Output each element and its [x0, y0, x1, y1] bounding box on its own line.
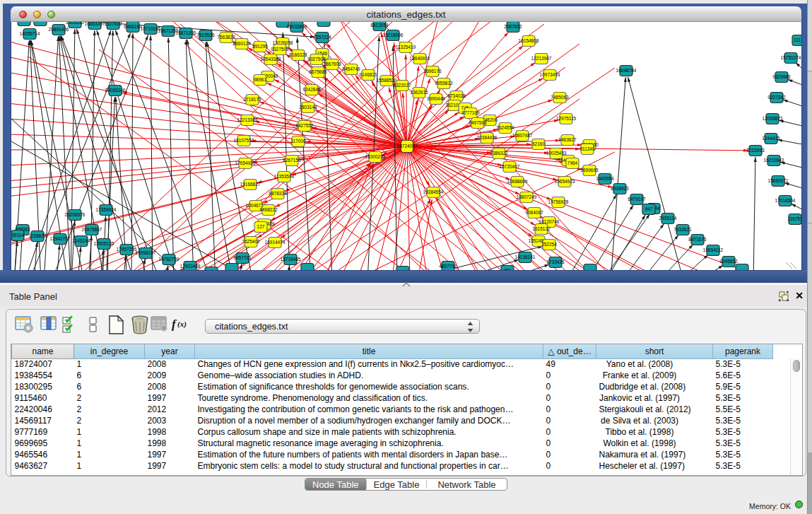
svg-text:8215953: 8215953: [746, 148, 765, 153]
svg-text:15692971: 15692971: [768, 178, 789, 183]
svg-text:252254: 252254: [541, 242, 557, 247]
svg-text:10654112: 10654112: [703, 247, 724, 252]
svg-text:16782759: 16782759: [159, 257, 180, 262]
svg-text:20891406: 20891406: [49, 27, 69, 32]
svg-text:7632621: 7632621: [673, 227, 692, 232]
svg-text:19384554: 19384554: [423, 189, 444, 194]
svg-text:127: 127: [257, 224, 265, 229]
svg-text:10688609: 10688609: [507, 179, 528, 184]
svg-text:17654925: 17654925: [235, 160, 256, 165]
svg-text:17359924: 17359924: [96, 207, 117, 212]
svg-text:1615132: 1615132: [532, 226, 551, 231]
svg-text:8267150: 8267150: [283, 158, 301, 163]
svg-text:10807487: 10807487: [512, 133, 533, 138]
svg-text:6497568: 6497568: [469, 120, 487, 125]
svg-text:8938923: 8938923: [611, 186, 629, 191]
svg-text:12213967: 12213967: [531, 56, 552, 61]
svg-text:961: 961: [504, 268, 512, 270]
svg-text:18724007: 18724007: [397, 144, 418, 148]
svg-text:16107553: 16107553: [234, 138, 254, 143]
svg-text:1362615: 1362615: [410, 90, 428, 95]
svg-text:1696176: 1696176: [423, 69, 442, 74]
svg-text:1527602: 1527602: [104, 22, 122, 26]
svg-text:98961: 98961: [254, 77, 266, 82]
svg-text:10025453: 10025453: [546, 151, 567, 156]
svg-text:9327503: 9327503: [271, 47, 289, 52]
svg-text:8660124: 8660124: [233, 41, 251, 46]
svg-text:911340: 911340: [579, 146, 595, 151]
svg-text:8186328: 8186328: [289, 52, 307, 57]
svg-text:9990448: 9990448: [427, 96, 445, 101]
svg-text:17016504: 17016504: [775, 198, 796, 203]
svg-text:19756928: 19756928: [548, 199, 569, 204]
svg-text:9146821: 9146821: [359, 72, 377, 77]
svg-text:9242848: 9242848: [302, 87, 321, 92]
svg-text:f: f: [172, 317, 177, 331]
svg-text:20206576: 20206576: [65, 212, 86, 217]
svg-text:1156829: 1156829: [29, 233, 47, 238]
svg-text:39114: 39114: [11, 233, 24, 238]
svg-text:9227342: 9227342: [767, 95, 786, 100]
svg-text:12093873: 12093873: [763, 116, 783, 121]
svg-text:17957255: 17957255: [117, 247, 137, 252]
svg-text:7563822: 7563822: [217, 35, 235, 40]
svg-text:1117: 1117: [794, 37, 801, 42]
svg-text:15588520: 15588520: [377, 78, 397, 83]
svg-text:891295: 891295: [252, 44, 268, 49]
svg-text:4857791: 4857791: [439, 264, 457, 269]
svg-text:116753: 116753: [787, 216, 801, 221]
svg-text:9955812: 9955812: [435, 81, 453, 86]
svg-text:8471676: 8471676: [688, 237, 707, 242]
svg-text:9329966: 9329966: [772, 74, 791, 79]
svg-text:2718176: 2718176: [243, 97, 261, 102]
svg-text:8878334: 8878334: [269, 191, 287, 196]
svg-text:6479197: 6479197: [628, 197, 646, 201]
svg-text:947: 947: [645, 206, 653, 211]
svg-text:8322037: 8322037: [393, 83, 411, 88]
svg-text:7515526: 7515526: [196, 33, 215, 37]
svg-text:12213389: 12213389: [237, 117, 258, 122]
svg-text:12942757: 12942757: [50, 236, 71, 241]
svg-text:15716485: 15716485: [281, 257, 301, 262]
svg-text:2867608: 2867608: [323, 62, 341, 66]
svg-text:2087652: 2087652: [504, 24, 522, 29]
svg-text:1733426: 1733426: [546, 259, 565, 264]
svg-text:8813054: 8813054: [370, 23, 389, 28]
svg-text:7625402: 7625402: [242, 239, 260, 244]
svg-text:7386322: 7386322: [490, 151, 508, 156]
svg-text:3624554: 3624554: [496, 125, 514, 130]
svg-text:7357224: 7357224: [313, 35, 331, 40]
svg-text:18300295: 18300295: [365, 154, 386, 159]
svg-text:20364436: 20364436: [477, 135, 498, 140]
svg-text:10653267: 10653267: [85, 22, 105, 26]
svg-text:18640910: 18640910: [410, 56, 430, 61]
svg-text:9457791: 9457791: [233, 255, 252, 260]
svg-text:14055714: 14055714: [20, 31, 40, 36]
svg-text:(x): (x): [177, 320, 187, 329]
svg-text:1145194: 1145194: [73, 238, 90, 243]
svg-text:16154808: 16154808: [519, 38, 539, 43]
svg-text:16671355: 16671355: [176, 30, 196, 35]
svg-text:12505135: 12505135: [94, 241, 114, 246]
svg-text:2935114: 2935114: [659, 216, 677, 221]
svg-text:9498222: 9498222: [259, 207, 278, 212]
svg-text:9084067: 9084067: [525, 210, 543, 215]
svg-text:9463627: 9463627: [558, 137, 577, 142]
svg-text:12923468: 12923468: [180, 264, 201, 269]
svg-text:16648784: 16648784: [616, 68, 637, 73]
svg-text:9777169: 9777169: [461, 110, 480, 115]
svg-text:20975867: 20975867: [82, 227, 102, 232]
svg-text:2803144: 2803144: [299, 105, 317, 110]
svg-text:10973493: 10973493: [540, 72, 560, 77]
svg-text:20053346: 20053346: [105, 88, 126, 93]
svg-text:11325419: 11325419: [396, 45, 416, 49]
svg-text:9327508: 9327508: [307, 57, 326, 62]
svg-text:19654923: 19654923: [555, 179, 575, 184]
svg-text:2009140: 2009140: [66, 22, 84, 25]
svg-text:18807249: 18807249: [517, 194, 537, 199]
svg-text:16210643: 16210643: [764, 158, 784, 163]
svg-text:16914479: 16914479: [265, 240, 286, 245]
svg-text:1244415: 1244415: [762, 136, 780, 141]
svg-text:8427552: 8427552: [295, 123, 314, 128]
svg-text:7485063: 7485063: [551, 95, 569, 100]
